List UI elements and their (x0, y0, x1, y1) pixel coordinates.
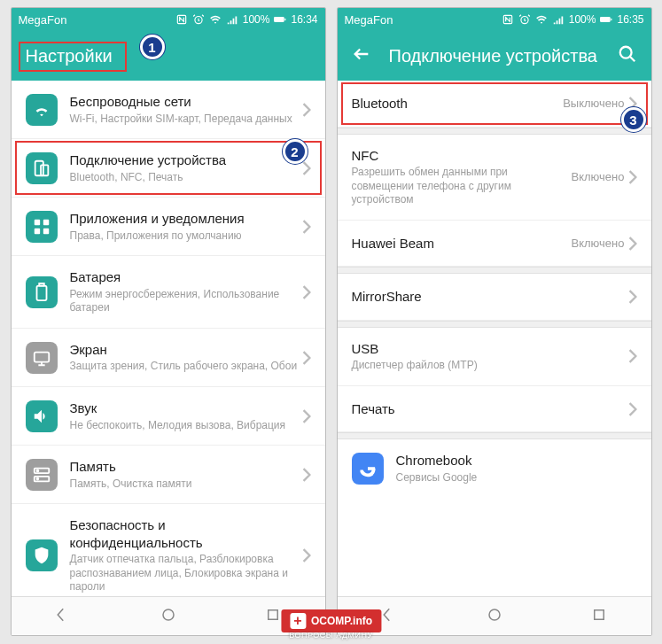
chevron-right-icon (302, 285, 311, 299)
battery-pct: 100% (569, 13, 596, 26)
carrier-label: MegaFon (19, 13, 67, 27)
item-title: Память (70, 458, 302, 476)
item-sub: Память, Очистка памяти (70, 477, 302, 492)
item-title: Chromebook (396, 452, 637, 469)
item-sub: Разрешить обмен данными при совмещении т… (352, 166, 572, 207)
chevron-right-icon (302, 548, 311, 563)
item-title: Экран (70, 341, 302, 359)
svg-rect-22 (600, 17, 611, 22)
item-sub: Сервисы Google (396, 471, 637, 485)
watermark-sub: ВОПРОСЫ АДМИНУ (289, 631, 373, 640)
battery-icon (26, 276, 58, 308)
carrier-label: MegaFon (345, 13, 393, 27)
settings-item-connection[interactable]: Подключение устройства Bluetooth, NFC, П… (12, 139, 325, 198)
svg-rect-10 (36, 285, 46, 300)
svg-rect-11 (39, 283, 44, 286)
navbar (12, 596, 325, 635)
chevron-right-icon (628, 290, 637, 304)
battery-icon (600, 13, 612, 26)
alarm-icon (192, 13, 205, 26)
item-value: Включено (572, 237, 625, 250)
nfc-icon (502, 13, 514, 26)
chevron-right-icon (628, 349, 637, 363)
connection-list: Bluetooth Выключено NFC Разрешить обмен … (338, 81, 651, 596)
nav-home[interactable] (160, 607, 176, 626)
item-usb[interactable]: USB Диспетчер файлов (MTP) (338, 328, 651, 386)
chevron-right-icon (302, 161, 311, 175)
svg-rect-26 (594, 609, 604, 619)
svg-rect-23 (611, 19, 612, 20)
item-sub: Wi-Fi, Настройки SIM-карт, Передача данн… (70, 113, 302, 127)
item-sub: Права, Приложения по умолчанию (70, 229, 302, 244)
nav-home[interactable] (487, 607, 502, 626)
settings-item-apps[interactable]: Приложения и уведомления Права, Приложен… (12, 198, 325, 256)
item-title: NFC (352, 147, 572, 165)
item-nfc[interactable]: NFC Разрешить обмен данными при совмещен… (338, 135, 651, 221)
item-title: Батарея (70, 268, 302, 286)
wifi-icon (209, 13, 222, 26)
svg-point-18 (163, 609, 174, 620)
statusbar: MegaFon 100% 16:35 (338, 8, 651, 31)
settings-item-display[interactable]: Экран Защита зрения, Стиль рабочего экра… (12, 329, 325, 387)
marker-3: 3 (621, 107, 646, 132)
separator (338, 128, 651, 135)
chevron-right-icon (302, 103, 311, 117)
header: Подключение устройства (338, 31, 651, 81)
watermark: + OCOMP.info (281, 609, 381, 632)
alarm-icon (518, 13, 531, 26)
nav-back[interactable] (382, 607, 398, 626)
svg-rect-8 (34, 229, 39, 234)
item-title: Печать (352, 400, 628, 418)
svg-point-24 (619, 47, 631, 58)
item-huawei-beam[interactable]: Huawei Beam Включено (338, 221, 651, 268)
nav-recent[interactable] (265, 607, 281, 626)
item-title: MirrorShare (352, 288, 628, 306)
item-sub: Датчик отпечатка пальца, Разблокировка р… (70, 553, 302, 594)
item-print[interactable]: Печать (338, 386, 651, 433)
item-sub: Не беспокоить, Мелодия вызова, Вибрация (70, 419, 302, 433)
watermark-text: OCOMP.info (311, 615, 372, 627)
arrow-left-icon (352, 44, 371, 64)
device-icon (26, 152, 58, 184)
statusbar: MegaFon 100% 16:34 (12, 8, 325, 31)
search-button[interactable] (618, 44, 637, 67)
item-title: USB (352, 340, 628, 358)
svg-rect-6 (34, 219, 39, 224)
phone-left: MegaFon 100% 16:34 Настройки Беспроводны… (11, 7, 326, 636)
settings-item-sound[interactable]: Звук Не беспокоить, Мелодия вызова, Вибр… (12, 387, 325, 446)
settings-item-security[interactable]: Безопасность и конфиденциальность Датчик… (12, 504, 325, 596)
battery-pct: 100% (243, 13, 270, 26)
display-icon (26, 342, 58, 374)
nav-recent[interactable] (591, 607, 607, 626)
storage-icon (26, 459, 58, 491)
time-label: 16:34 (291, 13, 317, 26)
back-button[interactable] (352, 44, 371, 67)
header-title: Настройки (26, 46, 113, 66)
header: Настройки (12, 31, 325, 81)
shield-icon (26, 539, 58, 571)
item-sub: Диспетчер файлов (MTP) (352, 359, 628, 373)
chevron-right-icon (302, 220, 311, 234)
item-chromebook[interactable]: Chromebook Сервисы Google (338, 439, 651, 497)
marker-1: 1 (140, 35, 165, 59)
settings-item-wireless[interactable]: Беспроводные сети Wi-Fi, Настройки SIM-к… (12, 81, 325, 139)
settings-item-battery[interactable]: Батарея Режим энергосбережения, Использо… (12, 256, 325, 329)
svg-rect-19 (268, 609, 277, 619)
settings-list: Беспроводные сети Wi-Fi, Настройки SIM-к… (12, 81, 325, 596)
sound-icon (26, 400, 58, 432)
svg-rect-9 (43, 229, 48, 234)
header-title: Подключение устройства (389, 46, 597, 66)
signal-icon (552, 13, 565, 26)
item-bluetooth[interactable]: Bluetooth Выключено (338, 81, 651, 128)
item-title: Звук (70, 400, 302, 417)
phone-right: MegaFon 100% 16:35 Подключение устройств… (337, 7, 652, 636)
wifi-icon (535, 13, 548, 26)
item-value: Включено (572, 170, 625, 183)
separator (338, 321, 651, 328)
apps-icon (26, 211, 58, 243)
item-value: Выключено (563, 97, 624, 110)
nav-back[interactable] (56, 607, 72, 626)
item-mirrorshare[interactable]: MirrorShare (338, 274, 651, 321)
settings-item-storage[interactable]: Память Память, Очистка памяти (12, 446, 325, 504)
time-label: 16:35 (617, 13, 643, 26)
